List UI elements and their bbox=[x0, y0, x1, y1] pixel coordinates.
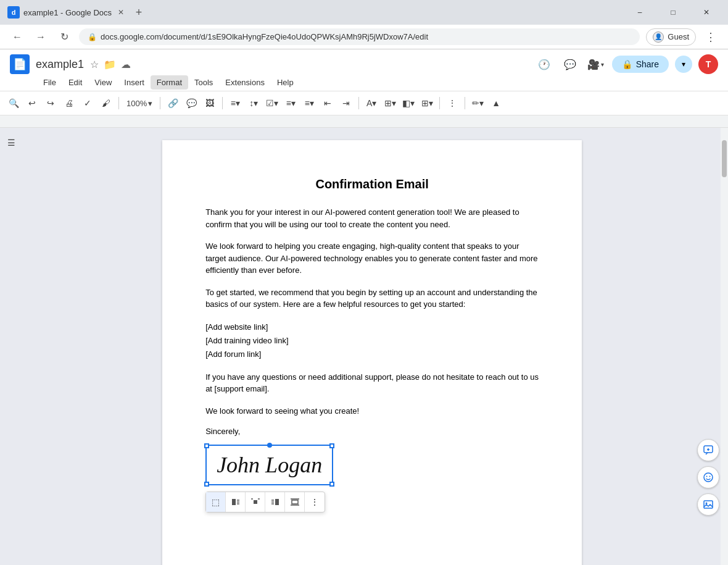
meet-btn[interactable]: 🎥▾ bbox=[586, 54, 606, 74]
zoom-dropdown[interactable]: 100% ▾ bbox=[123, 98, 156, 109]
image-fab[interactable] bbox=[697, 493, 719, 516]
add-comment-fab[interactable] bbox=[697, 439, 719, 461]
browser-tab-title: example1 - Google Docs bbox=[23, 8, 112, 17]
comments-btn[interactable]: 💬 bbox=[560, 54, 580, 74]
paragraph-3[interactable]: To get started, we recommend that you be… bbox=[205, 287, 539, 311]
sig-more-options[interactable]: ⋮ bbox=[305, 492, 325, 512]
resource-links[interactable]: [Add website link] [Add training video l… bbox=[205, 320, 539, 361]
svg-point-20 bbox=[709, 476, 711, 477]
link-2[interactable]: [Add training video link] bbox=[205, 334, 539, 348]
history-btn[interactable]: 🕐 bbox=[534, 54, 554, 74]
spellcheck-btn[interactable]: ✓ bbox=[79, 94, 96, 112]
doc-filename[interactable]: example1 bbox=[36, 58, 84, 71]
share-lock-icon: 🔒 bbox=[622, 59, 632, 69]
toolbar-divider-5 bbox=[439, 97, 440, 109]
toolbar-divider-1 bbox=[118, 97, 119, 109]
toolbar-divider-4 bbox=[358, 97, 359, 109]
comment-btn[interactable]: 💬 bbox=[183, 94, 200, 112]
redo-btn[interactable]: ↪ bbox=[42, 94, 59, 112]
image-btn[interactable]: 🖼 bbox=[201, 94, 218, 112]
numbered-list-btn[interactable]: ≡▾ bbox=[300, 94, 318, 112]
print-btn[interactable]: 🖨 bbox=[60, 94, 78, 112]
sig-align-center-wrap[interactable] bbox=[246, 492, 265, 512]
align-btn[interactable]: ≡▾ bbox=[226, 94, 244, 112]
close-btn[interactable]: ✕ bbox=[692, 3, 721, 22]
signature-toolbar: ⬚ ⋮ bbox=[205, 492, 325, 513]
sig-align-break[interactable] bbox=[285, 492, 305, 512]
ruler bbox=[0, 115, 728, 128]
sincerely-text: Sincerely, bbox=[205, 427, 539, 436]
handle-top[interactable] bbox=[267, 443, 272, 448]
star-icon[interactable]: ☆ bbox=[90, 59, 99, 70]
new-tab-btn[interactable]: + bbox=[131, 5, 146, 20]
menu-edit[interactable]: Edit bbox=[62, 75, 88, 90]
menu-bar: File Edit View Insert Format Tools Exten… bbox=[0, 74, 728, 91]
text-color-btn[interactable]: A▾ bbox=[363, 94, 380, 112]
docs-header-right: 🕐 💬 🎥▾ 🔒 Share ▾ T bbox=[534, 54, 718, 74]
collapse-toolbar-btn[interactable]: ▲ bbox=[487, 94, 505, 112]
paragraph-5[interactable]: We look forward to seeing what you creat… bbox=[205, 405, 539, 417]
maximize-btn[interactable]: □ bbox=[659, 3, 687, 22]
outline-toggle[interactable]: ☰ bbox=[7, 138, 15, 148]
reload-button[interactable]: ↻ bbox=[56, 28, 73, 46]
bullets-btn[interactable]: ≡▾ bbox=[282, 94, 299, 112]
handle-br[interactable] bbox=[329, 482, 334, 487]
paint-format-btn[interactable]: 🖌 bbox=[97, 94, 115, 112]
cloud-icon[interactable]: ☁ bbox=[121, 59, 131, 70]
scroll-thumb[interactable] bbox=[722, 140, 727, 177]
shading-btn[interactable]: ◧▾ bbox=[400, 94, 417, 112]
user-avatar[interactable]: T bbox=[698, 54, 718, 74]
doc-title-icons: ☆ 📁 ☁ bbox=[90, 59, 131, 70]
share-button[interactable]: 🔒 Share bbox=[612, 56, 669, 73]
sig-align-inline[interactable]: ⬚ bbox=[206, 492, 226, 512]
docs-favicon: d bbox=[7, 6, 20, 19]
handle-tr[interactable] bbox=[329, 443, 334, 448]
menu-format[interactable]: Format bbox=[151, 75, 188, 90]
line-spacing-btn[interactable]: ↕▾ bbox=[245, 94, 262, 112]
handle-tl[interactable] bbox=[204, 443, 209, 448]
undo-btn[interactable]: ↩ bbox=[23, 94, 41, 112]
signature-container[interactable]: John Logan ⬚ bbox=[205, 443, 333, 485]
more-options-btn[interactable]: ⋮ bbox=[444, 94, 461, 112]
sig-align-left[interactable] bbox=[226, 492, 246, 512]
browser-menu-btn[interactable]: ⋮ bbox=[702, 28, 719, 46]
search-btn[interactable]: 🔍 bbox=[5, 94, 22, 112]
columns-btn[interactable]: ⊞▾ bbox=[381, 94, 399, 112]
menu-view[interactable]: View bbox=[88, 75, 118, 90]
link-1[interactable]: [Add website link] bbox=[205, 320, 539, 334]
table-btn[interactable]: ⊞▾ bbox=[418, 94, 436, 112]
sig-align-wrap-right[interactable] bbox=[265, 492, 285, 512]
decrease-indent-btn[interactable]: ⇤ bbox=[319, 94, 336, 112]
signature-image[interactable]: John Logan bbox=[205, 445, 333, 485]
minimize-btn[interactable]: – bbox=[626, 3, 654, 22]
scrollbar[interactable] bbox=[721, 128, 728, 565]
svg-point-19 bbox=[706, 476, 708, 477]
tab-close-btn[interactable]: ✕ bbox=[118, 8, 124, 17]
menu-extensions[interactable]: Extensions bbox=[219, 75, 271, 90]
emoji-fab[interactable] bbox=[697, 466, 719, 488]
paragraph-2[interactable]: We look forward to helping you create en… bbox=[205, 240, 539, 277]
menu-insert[interactable]: Insert bbox=[118, 75, 151, 90]
share-dropdown-btn[interactable]: ▾ bbox=[675, 56, 692, 73]
toolbar-divider-2 bbox=[160, 97, 160, 109]
url-field[interactable]: 🔒 docs.google.com/document/d/1sE9OlkaHyn… bbox=[79, 28, 640, 45]
svg-rect-11 bbox=[292, 500, 298, 504]
increase-indent-btn[interactable]: ⇥ bbox=[337, 94, 355, 112]
favicon-letter: d bbox=[12, 9, 16, 16]
link-3[interactable]: [Add forum link] bbox=[205, 348, 539, 361]
edit-mode-btn[interactable]: ✏▾ bbox=[469, 94, 486, 112]
menu-tools[interactable]: Tools bbox=[188, 75, 219, 90]
profile-label: Guest bbox=[668, 32, 689, 41]
menu-file[interactable]: File bbox=[37, 75, 62, 90]
back-button[interactable]: ← bbox=[9, 28, 26, 46]
checklist-btn[interactable]: ☑▾ bbox=[263, 94, 281, 112]
folder-icon[interactable]: 📁 bbox=[104, 59, 116, 70]
profile-icon: 👤 bbox=[653, 31, 664, 43]
profile-button[interactable]: 👤 Guest bbox=[646, 28, 696, 46]
paragraph-1[interactable]: Thank you for your interest in our AI-po… bbox=[205, 206, 539, 230]
paragraph-4[interactable]: If you have any questions or need additi… bbox=[205, 371, 539, 395]
menu-help[interactable]: Help bbox=[271, 75, 300, 90]
link-btn[interactable]: 🔗 bbox=[164, 94, 181, 112]
handle-bl[interactable] bbox=[204, 482, 209, 487]
forward-button[interactable]: → bbox=[32, 28, 49, 46]
